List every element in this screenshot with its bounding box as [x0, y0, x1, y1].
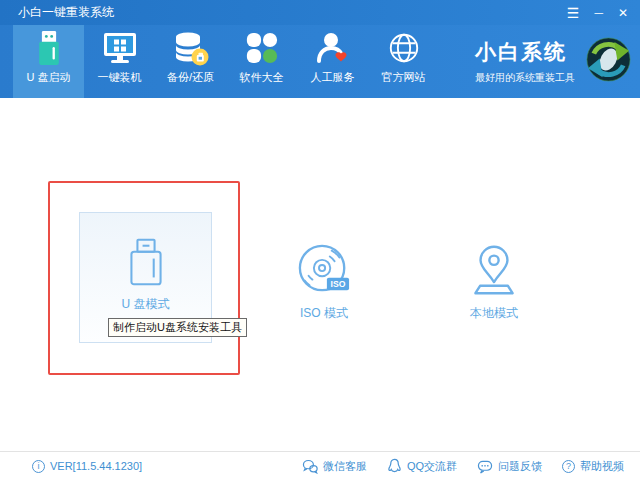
- iso-mode-label: ISO 模式: [300, 305, 348, 322]
- title-bar: 小白一键重装系统 ☰ ─ ✕: [0, 0, 640, 25]
- status-links: 微信客服 QQ交流群 问题反馈 ? 帮助视: [302, 458, 624, 474]
- nav-item-label: 官方网站: [382, 70, 426, 85]
- customer-service-icon: [315, 30, 351, 66]
- local-mode-tile[interactable]: 本地模式: [452, 244, 536, 322]
- nav-item-label: 备份/还原: [167, 70, 214, 85]
- globe-icon: [386, 30, 422, 66]
- svg-text:ISO: ISO: [331, 279, 346, 289]
- iso-mode-tile[interactable]: ISO ISO 模式: [282, 242, 366, 322]
- info-icon: i: [32, 460, 45, 473]
- usb-mode-tooltip: 制作启动U盘系统安装工具: [108, 318, 247, 337]
- wechat-icon: [302, 459, 318, 474]
- wechat-support-link[interactable]: 微信客服: [302, 458, 367, 474]
- status-bar: i VER[11.5.44.1230] 微信客服 QQ交流群: [0, 451, 640, 480]
- help-icon: ?: [562, 460, 575, 473]
- brand-area: 小白系统 最好用的系统重装工具: [475, 25, 632, 98]
- help-videos-link[interactable]: ? 帮助视频: [562, 458, 624, 474]
- window-title: 小白一键重装系统: [18, 4, 114, 21]
- brand-tagline: 最好用的系统重装工具: [475, 71, 575, 85]
- window-controls: ☰ ─ ✕: [567, 0, 628, 25]
- qq-group-link[interactable]: QQ交流群: [387, 458, 457, 474]
- location-pin-icon: [468, 244, 520, 296]
- backup-disks-icon: [173, 30, 209, 66]
- nav-item-usb-boot[interactable]: U 盘启动: [13, 25, 84, 98]
- nav-item-label: 人工服务: [311, 70, 355, 85]
- brand-name: 小白系统: [475, 38, 575, 66]
- nav-item-customer-service[interactable]: 人工服务: [297, 25, 368, 98]
- feedback-bubble-icon: [477, 459, 493, 474]
- nav-item-label: U 盘启动: [27, 70, 71, 85]
- version-text: VER[11.5.44.1230]: [50, 460, 142, 472]
- minimize-icon[interactable]: ─: [594, 7, 603, 19]
- menu-icon[interactable]: ☰: [567, 6, 580, 20]
- software-clover-icon: [244, 30, 280, 66]
- local-mode-label: 本地模式: [470, 305, 518, 322]
- nav-item-software-collection[interactable]: 软件大全: [226, 25, 297, 98]
- app-window: 小白一键重装系统 ☰ ─ ✕ U 盘启动: [0, 0, 640, 480]
- monitor-windows-icon: [102, 30, 138, 66]
- feedback-link[interactable]: 问题反馈: [477, 458, 542, 474]
- nav-item-official-website[interactable]: 官方网站: [368, 25, 439, 98]
- iso-disc-icon: ISO: [297, 242, 351, 296]
- nav-item-backup-restore[interactable]: 备份/还原: [155, 25, 226, 98]
- nav-item-label: 软件大全: [240, 70, 284, 85]
- usb-outline-icon: [128, 237, 164, 287]
- brand-logo-icon: [585, 36, 632, 87]
- usb-mode-label: U 盘模式: [122, 296, 170, 313]
- usb-drive-icon: [31, 30, 67, 66]
- brand-text: 小白系统 最好用的系统重装工具: [475, 38, 575, 85]
- nav-item-label: 一键装机: [98, 70, 142, 85]
- qq-icon: [387, 458, 402, 474]
- nav-item-one-key-install[interactable]: 一键装机: [84, 25, 155, 98]
- content-area: U 盘模式 制作启动U盘系统安装工具 ISO ISO 模式: [0, 98, 640, 451]
- close-icon[interactable]: ✕: [618, 7, 628, 19]
- version-info: i VER[11.5.44.1230]: [32, 460, 142, 473]
